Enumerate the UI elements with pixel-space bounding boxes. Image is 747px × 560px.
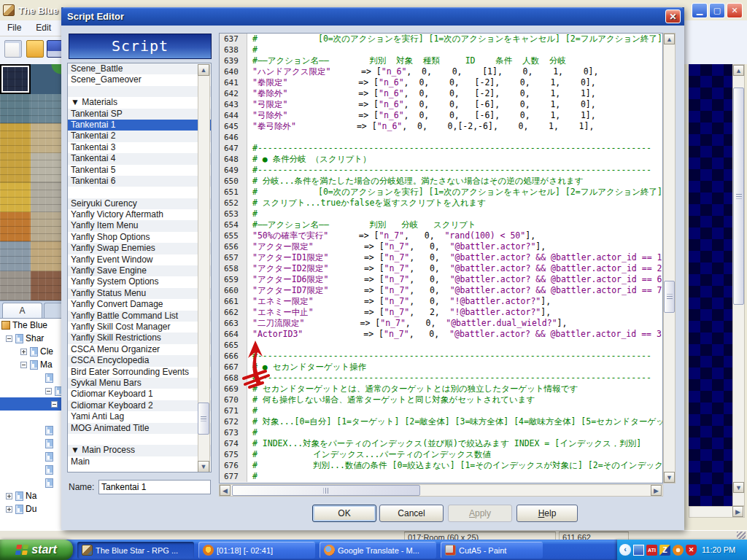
script-list-item-syvkal-menu-bars[interactable]: Syvkal Menu Bars: [68, 378, 211, 389]
palette-tile[interactable]: [0, 182, 31, 212]
tree-item[interactable]: [0, 476, 61, 489]
tree-item[interactable]: [0, 411, 61, 424]
tray-collapse-icon[interactable]: ‹: [619, 544, 631, 556]
script-list-item-yanfly-save-engine[interactable]: Yanfly Save Engine: [68, 265, 211, 276]
collapse-icon[interactable]: [45, 388, 52, 394]
code-line[interactable]: 677#: [220, 471, 662, 482]
tree-item[interactable]: [0, 437, 61, 450]
code-line[interactable]: 653#: [220, 209, 662, 219]
script-list-item-yami-anti-lag[interactable]: Yami Anti Lag: [68, 411, 211, 422]
tree-item-du[interactable]: Du: [0, 502, 61, 516]
palette-tile[interactable]: [31, 64, 61, 94]
script-list-item--main-process[interactable]: ▼ Main Process: [68, 445, 211, 456]
code-line[interactable]: 644"弓除外" => ["n_6", 0, 0, [-6], 0, 1, 1]…: [220, 110, 662, 121]
scroll-up-icon[interactable]: ▲: [733, 65, 744, 76]
script-list-item-cidiomar-keyboard-1[interactable]: Cidiomar Keyboard 1: [68, 389, 211, 400]
code-line[interactable]: 657"アクターID1限定" => ["n_7", 0, "@battler.a…: [220, 252, 662, 263]
code-line[interactable]: 671#: [220, 405, 662, 416]
menu-item-file[interactable]: File: [0, 20, 28, 35]
ati-icon[interactable]: ATI: [646, 545, 657, 556]
scroll-up-icon[interactable]: ▲: [664, 34, 675, 44]
script-list-item-main[interactable]: Main: [68, 456, 211, 467]
tree-item-ma[interactable]: Ma: [0, 358, 61, 371]
code-line[interactable]: 663"二刀流限定" => ["n_7", 0, "@battler.dual_…: [220, 318, 662, 329]
ok-button[interactable]: OK: [312, 505, 376, 522]
scroll-right-icon[interactable]: ▶: [732, 506, 743, 517]
script-name-input[interactable]: [98, 480, 211, 494]
script-list-item-tankentai-3[interactable]: Tankentai 3: [68, 142, 211, 153]
script-list-item-yanfly-victory-aftermath[interactable]: Yanfly Victory Aftermath: [68, 209, 211, 220]
script-list-item-csca-encyclopedia[interactable]: CSCA Encyclopedia: [68, 355, 211, 366]
script-list-item[interactable]: [68, 86, 211, 97]
list-scroll-thumb[interactable]: [198, 402, 209, 435]
code-line[interactable]: 649#------------------------------------…: [220, 165, 662, 176]
code-line[interactable]: 651# [0=次のアクションを実行] [1=次のアクションをキャンセル] [2…: [220, 187, 662, 198]
code-line[interactable]: 674# INDEX...対象をパーティのインデックス(並び順)で絞込みます I…: [220, 438, 662, 449]
palette-tile[interactable]: [0, 153, 31, 183]
code-line[interactable]: 665: [220, 340, 662, 351]
palette-tile[interactable]: [31, 212, 61, 242]
script-list-item--materials[interactable]: ▼ Materials: [68, 97, 211, 108]
menu-item-edit[interactable]: Edit: [28, 20, 58, 35]
palette-tile[interactable]: [0, 241, 31, 271]
palette-tile[interactable]: [31, 94, 61, 124]
code-line[interactable]: 676# 判別...数値の条件 [0=絞込まない] [1=そのインデックスが対象…: [220, 460, 662, 471]
list-scrollbar[interactable]: ▲ ▼: [198, 64, 210, 471]
script-list-item-yanfly-shop-options[interactable]: Yanfly Shop Options: [68, 232, 211, 243]
script-list-item-tankentai-1[interactable]: Tankentai 1: [68, 120, 211, 131]
task-button-1[interactable]: The Blue Star - RPG ...: [77, 542, 194, 559]
script-list-item-cidiomar-keyboard-2[interactable]: Cidiomar Keyboard 2: [68, 400, 211, 411]
code-line[interactable]: 654#――アクション名―― 判別 分岐 スクリプト: [220, 219, 662, 230]
script-list-item-tankentai-5[interactable]: Tankentai 5: [68, 165, 211, 176]
script-list-item-yanfly-system-options[interactable]: Yanfly System Options: [68, 276, 211, 287]
scroll-down-icon[interactable]: ▼: [733, 482, 744, 493]
palette-tile[interactable]: [31, 241, 61, 271]
code-line[interactable]: 646: [220, 132, 662, 143]
tree-item[interactable]: [0, 450, 61, 463]
palette-tile[interactable]: [31, 123, 61, 153]
dialog-titlebar[interactable]: Script Editor ✕: [61, 7, 684, 26]
resize-grip[interactable]: [737, 532, 746, 539]
script-list-item-csca-menu-organizer[interactable]: CSCA Menu Organizer: [68, 344, 211, 355]
cancel-button[interactable]: Cancel: [379, 505, 444, 522]
dialog-close-icon[interactable]: ✕: [665, 9, 681, 23]
tree-item-na[interactable]: Na: [0, 489, 61, 502]
code-line[interactable]: 638#: [220, 44, 662, 55]
code-line[interactable]: 661"エネミー限定" => ["n_7", 0, "!@battler.act…: [220, 296, 662, 307]
code-line[interactable]: 641"拳限定" => ["n_6", 0, 0, [-2], 0, 1, 0]…: [220, 77, 662, 88]
start-button[interactable]: start: [0, 540, 73, 560]
task-button-3[interactable]: Google Translate - M...: [320, 542, 436, 559]
palette-tab-a[interactable]: A: [2, 303, 42, 319]
script-list-item-yanfly-skill-cost-manager[interactable]: Yanfly Skill Cost Manager: [68, 322, 211, 332]
script-list-item-yanfly-item-menu[interactable]: Yanfly Item Menu: [68, 220, 211, 231]
palette-tile[interactable]: [31, 153, 61, 183]
code-line[interactable]: 648# ● 条件分岐 （スクリプト）: [220, 154, 662, 165]
help-button[interactable]: Help: [516, 505, 578, 522]
code-line[interactable]: 660"アクターID7限定" => ["n_7", 0, "@battler.a…: [220, 285, 662, 296]
map-horizontal-scrollbar[interactable]: ▶: [689, 506, 745, 518]
script-list-item-yanfly-status-menu[interactable]: Yanfly Status Menu: [68, 288, 211, 299]
tree-item-shar[interactable]: Shar: [0, 332, 61, 345]
collapse-icon[interactable]: [6, 335, 12, 342]
script-list-item-yanfly-event-window[interactable]: Yanfly Event Window: [68, 254, 211, 265]
minimize-button[interactable]: ▁: [692, 3, 708, 18]
code-line[interactable]: 672# 対象...[0=自分] [1=ターゲット] [2=敵全体] [3=味方…: [220, 416, 662, 427]
code-line[interactable]: 669# セカンドターゲットとは、通常のターゲットとは別の独立したターゲット情報…: [220, 384, 662, 394]
tree-item[interactable]: [0, 384, 61, 397]
script-list-item-scene-gameover[interactable]: Scene_Gameover: [68, 74, 211, 85]
code-hscroll-thumb[interactable]: [232, 485, 420, 496]
tree-item[interactable]: [0, 371, 61, 384]
tree-item[interactable]: [0, 424, 61, 437]
script-list-item[interactable]: [68, 434, 211, 445]
code-line[interactable]: 652# スクリプト...trueかfalseを返すスクリプトを入れます: [220, 198, 662, 209]
code-line[interactable]: 647#------------------------------------…: [220, 143, 662, 154]
quicktime-icon[interactable]: [673, 545, 684, 556]
scroll-up-icon[interactable]: ▲: [198, 64, 209, 76]
code-vscroll-thumb[interactable]: [664, 281, 675, 313]
expand-icon[interactable]: [20, 349, 27, 355]
scroll-down-icon[interactable]: ▼: [664, 472, 675, 483]
code-line[interactable]: 675# インデックス...パーティのインデックス数値: [220, 449, 662, 460]
script-list-item-yanfly-battle-command-list[interactable]: Yanfly Battle Command List: [68, 311, 211, 322]
apply-button[interactable]: Apply: [448, 505, 512, 522]
palette-tile[interactable]: [31, 182, 61, 212]
